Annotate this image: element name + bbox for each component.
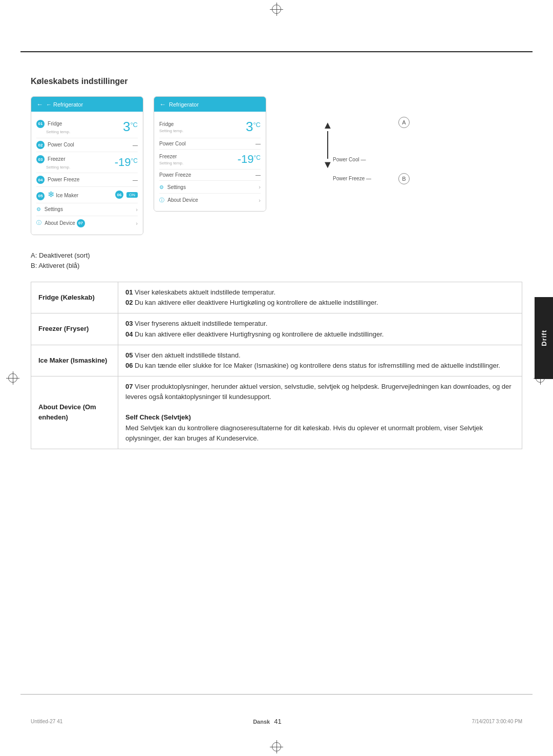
reg-mark-top bbox=[271, 4, 282, 14]
reg-mark-left bbox=[8, 373, 18, 383]
phone1-ice-maker-status: 06 ON bbox=[115, 191, 138, 199]
phone1-power-cool-label: Power Cool bbox=[48, 142, 74, 148]
phone2-power-freeze-btn: — bbox=[256, 172, 261, 178]
phone-mockup-1: ← ← Refrigerator 01 Fridge Setting temp.… bbox=[31, 96, 143, 235]
phone2-header-title: Refrigerator bbox=[169, 101, 199, 108]
phone1-ice-maker-info: 05 ❄ Ice Maker bbox=[36, 190, 78, 200]
phone1-info-icon: ⓘ bbox=[36, 220, 41, 225]
bottom-rule-line bbox=[20, 694, 533, 695]
phone2-freezer-label: Freezer bbox=[159, 154, 177, 159]
phone1-about-label: About Device bbox=[45, 220, 75, 225]
phone2-header: ← Refrigerator bbox=[154, 97, 266, 112]
phone1-back-arrow: ← bbox=[36, 100, 43, 108]
reg-mark-bottom bbox=[271, 742, 282, 752]
phone1-fridge-sub: Setting temp. bbox=[46, 130, 70, 134]
phone2-freezer-temp: -19°C bbox=[238, 153, 261, 166]
table-content-fridge: 01 Viser køleskabets aktuelt indstillede… bbox=[118, 282, 522, 313]
phone2-about-chevron: › bbox=[259, 197, 261, 203]
phone1-power-cool-btn: — bbox=[133, 142, 138, 148]
phone1-freezer-row: 03 Freezer Setting temp. -19°C bbox=[36, 152, 138, 173]
annotations: A: Deaktiveret (sort) B: Aktiveret (blå) bbox=[31, 250, 522, 272]
table-content-freezer: 03 Viser fryserens aktuelt indstillede t… bbox=[118, 313, 522, 345]
phone2-freezer-sub: Setting temp. bbox=[159, 161, 183, 165]
phone1-badge-05: 05 bbox=[36, 192, 45, 200]
phone2-power-cool-label: Power Cool bbox=[159, 141, 186, 146]
table-content-about: 07 Viser produktoplysninger, herunder ak… bbox=[118, 376, 522, 449]
main-content: Køleskabets indstillinger ← ← Refrigerat… bbox=[31, 56, 522, 449]
table-label-ice-maker: Ice Maker (Ismaskine) bbox=[31, 345, 118, 376]
info-table: Fridge (Køleskab) 01 Viser køleskabets a… bbox=[31, 282, 522, 449]
phone2-settings-info: ⚙ Settings bbox=[159, 184, 186, 190]
self-check-title: Self Check (Selvtjek) bbox=[125, 413, 191, 421]
table-row-freezer: Freezer (Fryser) 03 Viser fryserens aktu… bbox=[31, 313, 522, 345]
phone1-ice-maker-label: Ice Maker bbox=[56, 193, 78, 198]
table-row-ice-maker: Ice Maker (Ismaskine) 05 Viser den aktue… bbox=[31, 345, 522, 376]
table-label-fridge: Fridge (Køleskab) bbox=[31, 282, 118, 313]
ice-num-06: 06 bbox=[125, 362, 133, 369]
phone1-power-cool-info: 02 Power Cool bbox=[36, 141, 74, 149]
diagram-power-cool: Power Cool — bbox=[333, 157, 366, 162]
phone1-freezer-deg: °C bbox=[131, 157, 138, 164]
phone1-freezer-info: 03 Freezer Setting temp. bbox=[36, 155, 70, 170]
phone2-info-icon: ⓘ bbox=[159, 197, 164, 203]
table-content-ice-maker: 05 Viser den aktuelt indstillede tilstan… bbox=[118, 345, 522, 376]
screenshots-row: ← ← Refrigerator 01 Fridge Setting temp.… bbox=[31, 96, 522, 235]
ice-num-05: 05 bbox=[125, 351, 133, 359]
phone1-about-row[interactable]: ⓘ About Device 07 › bbox=[36, 216, 138, 230]
phone1-header-title: ← Refrigerator bbox=[46, 101, 83, 108]
phone1-about-chevron: › bbox=[136, 220, 138, 226]
phone2-power-cool-btn: — bbox=[256, 141, 261, 146]
phone1-badge-06: 06 bbox=[115, 191, 123, 199]
diagram-label-a: A bbox=[398, 117, 410, 128]
section-heading: Køleskabets indstillinger bbox=[31, 77, 522, 86]
phone2-freezer-row: Freezer Setting temp. -19°C bbox=[159, 150, 261, 170]
phone2-power-freeze-label: Power Freeze bbox=[159, 172, 191, 178]
arrow-down-icon: ▼ bbox=[323, 159, 333, 171]
phone1-ice-icon: ❄ bbox=[48, 190, 54, 199]
phone2-fridge-info: Fridge Setting temp. bbox=[159, 121, 183, 133]
page-number: 41 bbox=[274, 718, 281, 725]
phone1-freezer-temp: -19°C bbox=[115, 156, 138, 169]
diagram-area: ▲ ▼ A Power Cool — Power Freeze — B bbox=[292, 96, 420, 209]
phone2-fridge-sub: Setting temp. bbox=[159, 129, 183, 133]
phone1-settings-icon: ⚙ bbox=[36, 206, 41, 212]
phone1-on-badge: ON bbox=[126, 192, 138, 198]
phone1-fridge-label: Fridge bbox=[48, 120, 62, 126]
side-tab-drift: Drift bbox=[535, 297, 553, 379]
phone2-back-arrow: ← bbox=[159, 100, 166, 108]
phone1-fridge-info: 01 Fridge Setting temp. bbox=[36, 120, 70, 134]
table-row-fridge: Fridge (Køleskab) 01 Viser køleskabets a… bbox=[31, 282, 522, 313]
arrow-up-icon: ▲ bbox=[323, 119, 333, 131]
phone1-settings-row[interactable]: ⚙ Settings › bbox=[36, 203, 138, 216]
phone2-settings-label: Settings bbox=[167, 184, 186, 190]
phone1-fridge-row: 01 Fridge Setting temp. 3°C bbox=[36, 116, 138, 138]
footer: Untitled-27 41 Dansk 41 7/14/2017 3:00:4… bbox=[31, 718, 522, 725]
phone1-power-freeze-label: Power Freeze bbox=[48, 177, 79, 182]
freezer-num-03: 03 bbox=[125, 320, 133, 327]
phone2-fridge-temp: 3°C bbox=[246, 119, 261, 135]
arrow-line bbox=[327, 131, 328, 159]
annotation-a: A: Deaktiveret (sort) bbox=[31, 250, 522, 261]
annotation-b: B: Aktiveret (blå) bbox=[31, 261, 522, 271]
phone1-badge-02: 02 bbox=[36, 141, 45, 149]
phone1-settings-label: Settings bbox=[45, 206, 63, 212]
table-row-about: About Device (Om enheden) 07 Viser produ… bbox=[31, 376, 522, 449]
diagram-arrow: ▲ ▼ bbox=[323, 119, 333, 171]
phone2-power-freeze-row: Power Freeze — bbox=[159, 170, 261, 181]
side-tab-label: Drift bbox=[540, 330, 548, 346]
phone2-power-cool-row: Power Cool — bbox=[159, 138, 261, 150]
phone2-about-row[interactable]: ⓘ About Device › bbox=[159, 194, 261, 207]
phone1-ice-maker-row: 05 ❄ Ice Maker 06 ON bbox=[36, 187, 138, 203]
phone1-body: 01 Fridge Setting temp. 3°C 02 Power Coo… bbox=[31, 112, 143, 235]
phone2-body: Fridge Setting temp. 3°C Power Cool — Fr… bbox=[154, 112, 266, 211]
phone1-power-cool-row: 02 Power Cool — bbox=[36, 138, 138, 152]
phone1-badge-04: 04 bbox=[36, 176, 45, 184]
phone2-settings-row[interactable]: ⚙ Settings › bbox=[159, 181, 261, 194]
table-label-freezer: Freezer (Fryser) bbox=[31, 313, 118, 345]
footer-filename: Untitled-27 41 bbox=[31, 719, 62, 724]
page-number-area: Dansk 41 bbox=[253, 718, 282, 725]
phone2-about-info: ⓘ About Device bbox=[159, 197, 198, 204]
footer-timestamp: 7/14/2017 3:00:40 PM bbox=[472, 719, 522, 724]
phone-mockup-2: ← Refrigerator Fridge Setting temp. 3°C … bbox=[154, 96, 266, 212]
phone1-about-info: ⓘ About Device 07 bbox=[36, 219, 87, 227]
